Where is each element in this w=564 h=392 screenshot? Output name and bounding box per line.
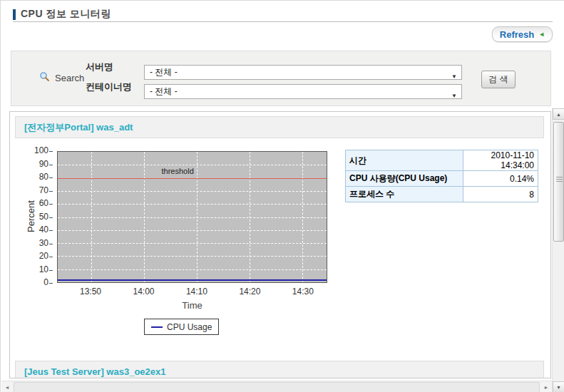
chevron-down-icon: ▼ xyxy=(451,70,457,83)
gridline xyxy=(58,269,327,270)
plot-area: threshold xyxy=(57,151,327,283)
scroll-left-button[interactable]: ◄ xyxy=(1,381,13,392)
y-tick-label: 30 xyxy=(10,238,54,248)
table-value-time: 2010-11-10 14:34:00 xyxy=(463,150,538,171)
chevron-down-icon: ▼ xyxy=(451,89,457,103)
table-value-cpu-usage: 0.14% xyxy=(463,171,538,187)
cpu-info-table: 시간 2010-11-10 14:34:00 CPU 사용량(CPU Usage… xyxy=(345,150,538,202)
title-divider xyxy=(13,21,553,22)
gridline xyxy=(58,217,327,218)
refresh-arrow-icon: ◄ xyxy=(538,31,545,38)
scroll-right-button[interactable]: ► xyxy=(540,381,552,392)
page-title: CPU 정보 모니터링 xyxy=(21,8,111,21)
server-name-select-value: - 전체 - xyxy=(150,67,178,77)
gridline xyxy=(197,152,198,282)
container-name-select[interactable]: - 전체 - ▼ xyxy=(144,84,462,99)
x-tick-label: 14:10 xyxy=(186,287,207,296)
vertical-scrollbar-thumb[interactable] xyxy=(553,122,564,242)
threshold-label: threshold xyxy=(162,167,194,175)
search-panel: Search 서버명 - 전체 - ▼ 컨테이너명 - 전체 - ▼ 검 색 xyxy=(11,51,551,106)
y-tick-label: 50 xyxy=(10,212,54,222)
y-axis-ticks: 0102030405060708090100 xyxy=(10,151,54,283)
y-tick-label: 80 xyxy=(10,172,54,182)
x-axis-ticks: 13:5014:0014:1014:2014:30 xyxy=(57,287,327,297)
content-panel: [전자정부Portal] was_adt Percent 01020304050… xyxy=(9,111,551,378)
horizontal-scrollbar[interactable]: ◄ ► xyxy=(1,381,552,392)
refresh-button-label: Refresh xyxy=(500,29,534,40)
search-submit-button[interactable]: 검 색 xyxy=(481,71,516,88)
search-caption-label: Search xyxy=(55,73,84,83)
table-label-time: 시간 xyxy=(346,150,463,171)
gridline xyxy=(91,152,92,282)
y-tick-label: 100 xyxy=(10,145,54,155)
gridline xyxy=(58,204,327,205)
server-name-label: 서버명 xyxy=(86,61,113,73)
y-tick-label: 40 xyxy=(10,225,54,234)
table-row: CPU 사용량(CPU Usage) 0.14% xyxy=(346,171,538,187)
gridline xyxy=(144,152,145,282)
gridline xyxy=(58,191,327,192)
gridline xyxy=(58,256,327,257)
y-tick-label: 90 xyxy=(10,159,54,169)
search-caption: Search xyxy=(39,71,84,85)
refresh-button[interactable]: Refresh ◄ xyxy=(492,26,553,42)
cpu-monitoring-page: CPU 정보 모니터링 Refresh ◄ Search 서버명 - 전체 - … xyxy=(0,0,564,392)
scroll-up-button[interactable]: ▲ xyxy=(553,108,564,120)
gridline xyxy=(250,152,250,282)
legend-label: CPU Usage xyxy=(167,322,212,332)
x-tick-label: 14:30 xyxy=(292,287,314,296)
page-title-row: CPU 정보 모니터링 xyxy=(13,8,111,21)
chart-legend: CPU Usage xyxy=(144,319,219,335)
table-row: 시간 2010-11-10 14:34:00 xyxy=(346,150,538,171)
y-tick-label: 10 xyxy=(10,264,54,274)
legend-line-sample xyxy=(151,326,163,328)
scroll-down-button[interactable]: ▼ xyxy=(553,381,564,392)
horizontal-scrollbar-thumb[interactable] xyxy=(14,382,540,392)
table-label-process-count: 프로세스 수 xyxy=(346,187,463,202)
threshold-line xyxy=(58,178,327,179)
table-label-cpu-usage: CPU 사용량(CPU Usage) xyxy=(346,171,463,187)
container-name-label: 컨테이너명 xyxy=(86,81,132,93)
y-tick-label: 70 xyxy=(10,185,54,195)
gridline xyxy=(58,165,327,165)
x-tick-label: 13:50 xyxy=(80,287,101,296)
title-marker-bar xyxy=(13,9,16,20)
gridline xyxy=(58,230,327,231)
cpu-usage-chart: Percent 0102030405060708090100 threshold… xyxy=(10,140,352,354)
section-title: [Jeus Test Server] was3_oe2ex1 xyxy=(24,366,166,377)
x-axis-label: Time xyxy=(57,300,327,311)
y-tick-label: 20 xyxy=(10,251,54,261)
y-tick-label: 60 xyxy=(10,198,54,208)
gridline xyxy=(302,152,303,282)
search-icon xyxy=(39,71,50,85)
vertical-scrollbar[interactable]: ▲ ▼ xyxy=(552,108,564,392)
table-row: 프로세스 수 8 xyxy=(346,187,538,202)
x-tick-label: 14:20 xyxy=(239,287,260,296)
container-name-select-value: - 전체 - xyxy=(150,86,178,96)
table-value-process-count: 8 xyxy=(463,187,538,202)
gridline xyxy=(58,243,327,244)
server-name-select[interactable]: - 전체 - ▼ xyxy=(144,65,462,80)
section-header-was-adt: [전자정부Portal] was_adt xyxy=(15,116,544,138)
cpu-usage-line xyxy=(58,279,327,281)
x-tick-label: 14:00 xyxy=(133,287,154,296)
section-header-was3-oe2ex1: [Jeus Test Server] was3_oe2ex1 xyxy=(15,361,544,378)
y-tick-label: 0 xyxy=(10,277,54,287)
section-title: [전자정부Portal] was_adt xyxy=(24,121,133,134)
scrollbar-grip xyxy=(556,177,563,182)
